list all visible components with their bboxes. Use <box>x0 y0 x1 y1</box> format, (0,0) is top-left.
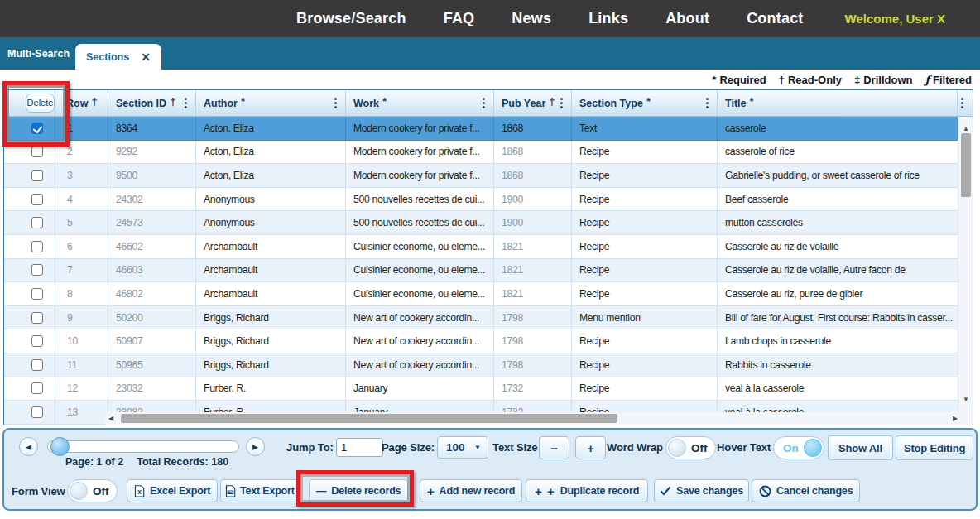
page-next-button[interactable]: ▶ <box>246 437 265 456</box>
cell-work[interactable]: Modern cookery for private f... <box>346 141 494 165</box>
row-delete-checkbox[interactable] <box>31 359 43 371</box>
cell-author[interactable]: Briggs, Richard <box>196 329 346 353</box>
excel-export-button[interactable]: x Excel Export <box>127 479 218 502</box>
cell-work[interactable]: Modern cookery for private f... <box>346 164 494 188</box>
row-delete-checkbox[interactable] <box>31 146 43 157</box>
row-delete-checkbox[interactable] <box>31 335 43 347</box>
cell-author[interactable]: Acton, Eliza <box>196 141 346 165</box>
form-view-toggle[interactable]: Off <box>67 479 118 502</box>
cell-section-type[interactable]: Menu mention <box>572 306 718 330</box>
cell-section-type[interactable]: Recipe <box>572 282 718 306</box>
page-size-select[interactable]: 100 ▼ <box>437 436 488 459</box>
add-new-record-button[interactable]: + Add new record <box>420 479 522 502</box>
table-row[interactable]: 8 46802 Archambault Cuisinier econome, o… <box>4 282 958 306</box>
cell-section-type[interactable]: Recipe <box>572 259 718 283</box>
row-delete-checkbox[interactable] <box>31 406 43 418</box>
cell-section-type[interactable]: Recipe <box>572 188 718 212</box>
cell-title[interactable]: Beef casserole <box>718 188 958 212</box>
table-row[interactable]: 7 46603 Archambault Cuisinier econome, o… <box>4 259 958 283</box>
cell-author[interactable]: Archambault <box>196 259 346 283</box>
horizontal-scrollbar[interactable]: ◀ ▶ <box>105 412 961 425</box>
table-row[interactable]: 12 23032 Furber, R. January 1732 Recipe … <box>4 377 958 401</box>
cell-title[interactable]: Rabbits in casserole <box>718 353 958 377</box>
text-export-button[interactable]: CSV Text Export <box>220 479 300 502</box>
cell-work[interactable]: January <box>346 377 494 401</box>
cell-section-type[interactable]: Recipe <box>572 329 718 353</box>
cell-section-type[interactable]: Recipe <box>572 377 718 401</box>
cell-title[interactable]: casserole of rice <box>718 141 958 165</box>
tab-sections[interactable]: Sections ✕ <box>75 44 161 70</box>
column-menu-icon[interactable] <box>185 102 187 104</box>
header-pub-year[interactable]: Pub Year † <box>494 90 572 116</box>
scroll-left-icon[interactable]: ◀ <box>105 412 117 425</box>
stop-editing-button[interactable]: Stop Editing <box>896 435 973 460</box>
cell-section-type[interactable]: Recipe <box>572 235 718 259</box>
cancel-changes-button[interactable]: Cancel changes <box>752 479 860 502</box>
text-size-increase-button[interactable]: + <box>575 436 606 459</box>
header-section-id[interactable]: Section ID † <box>108 90 196 116</box>
table-row[interactable]: 3 9500 Acton, Eliza Modern cookery for p… <box>4 164 958 188</box>
cell-title[interactable]: Casserole au riz, puree de gibier <box>718 282 958 306</box>
vertical-scroll-thumb[interactable] <box>961 133 971 197</box>
cell-title[interactable]: casserole <box>718 117 958 141</box>
header-title[interactable]: Title * <box>718 90 958 116</box>
save-changes-button[interactable]: Save changes <box>654 479 749 502</box>
cell-author[interactable]: Anonymous <box>196 188 346 212</box>
cell-work[interactable]: Cuisinier econome, ou eleme... <box>346 259 494 283</box>
row-delete-checkbox[interactable] <box>31 382 43 394</box>
page-prev-button[interactable]: ◀ <box>19 437 38 456</box>
cell-author[interactable]: Briggs, Richard <box>196 353 346 377</box>
nav-faq[interactable]: FAQ <box>444 10 475 27</box>
cell-section-type[interactable]: Recipe <box>572 164 718 188</box>
horizontal-scroll-thumb[interactable] <box>121 414 617 423</box>
duplicate-record-button[interactable]: + + Duplicate record <box>526 479 648 502</box>
nav-news[interactable]: News <box>512 10 551 27</box>
nav-links[interactable]: Links <box>588 10 628 27</box>
cell-title[interactable]: Gabrielle's pudding, or sweet casserole … <box>718 164 958 188</box>
table-row[interactable]: 1 8364 Acton, Eliza Modern cookery for p… <box>4 117 958 141</box>
cell-work[interactable]: 500 nouvelles recettes de cui... <box>346 188 494 212</box>
welcome-user-text[interactable]: Welcome, User X <box>845 12 945 26</box>
horizontal-scroll-track[interactable] <box>117 412 949 425</box>
column-menu-icon[interactable] <box>483 102 485 104</box>
cell-author[interactable]: Archambault <box>196 235 346 259</box>
word-wrap-toggle[interactable]: Off <box>665 436 716 459</box>
cell-work[interactable]: New art of cookery accordin... <box>346 306 494 330</box>
table-row[interactable]: 9 50200 Briggs, Richard New art of cooke… <box>4 306 958 330</box>
row-delete-checkbox[interactable] <box>31 264 43 276</box>
cell-title[interactable]: mutton casseroles <box>718 211 958 235</box>
column-menu-icon[interactable] <box>334 102 337 104</box>
row-delete-checkbox[interactable] <box>31 217 43 228</box>
column-menu-icon[interactable] <box>961 102 963 104</box>
nav-about[interactable]: About <box>665 10 709 27</box>
cell-author[interactable]: Anonymous <box>196 211 346 235</box>
cell-author[interactable]: Briggs, Richard <box>196 306 346 330</box>
cell-author[interactable]: Acton, Eliza <box>196 117 346 141</box>
tab-multi-search[interactable]: Multi-Search <box>0 37 75 70</box>
cell-work[interactable]: New art of cookery accordin... <box>346 353 494 377</box>
nav-contact[interactable]: Contact <box>747 10 803 27</box>
cell-title[interactable]: veal à la casserole <box>718 377 958 401</box>
tab-close-icon[interactable]: ✕ <box>141 51 151 63</box>
cell-work[interactable]: New art of cookery accordin... <box>346 329 494 353</box>
cell-work[interactable]: Modern cookery for private f... <box>346 117 494 141</box>
table-row[interactable]: 4 24302 Anonymous 500 nouvelles recettes… <box>4 188 958 212</box>
column-menu-icon[interactable] <box>706 102 709 104</box>
cell-author[interactable]: Acton, Eliza <box>196 164 346 188</box>
cell-work[interactable]: 500 nouvelles recettes de cui... <box>346 211 494 235</box>
cell-work[interactable]: Cuisinier econome, ou eleme... <box>346 282 494 306</box>
table-row[interactable]: 11 50965 Briggs, Richard New art of cook… <box>4 353 958 377</box>
cell-title[interactable]: Bill of fare for August. First course: R… <box>718 306 958 330</box>
cell-section-type[interactable]: Text <box>572 117 718 141</box>
cell-author[interactable]: Furber, R. <box>196 377 346 401</box>
row-delete-checkbox[interactable] <box>31 312 43 324</box>
text-size-decrease-button[interactable]: − <box>539 436 569 459</box>
header-section-type[interactable]: Section Type * <box>572 90 718 116</box>
row-delete-checkbox[interactable] <box>31 288 43 300</box>
row-delete-checkbox[interactable] <box>31 194 43 205</box>
scroll-down-icon[interactable]: ▼ <box>958 392 973 406</box>
table-row[interactable]: 6 46602 Archambault Cuisinier econome, o… <box>4 235 958 259</box>
row-delete-checkbox[interactable] <box>31 241 43 252</box>
jump-to-input[interactable] <box>336 438 383 457</box>
table-row[interactable]: 5 24573 Anonymous 500 nouvelles recettes… <box>4 211 958 235</box>
